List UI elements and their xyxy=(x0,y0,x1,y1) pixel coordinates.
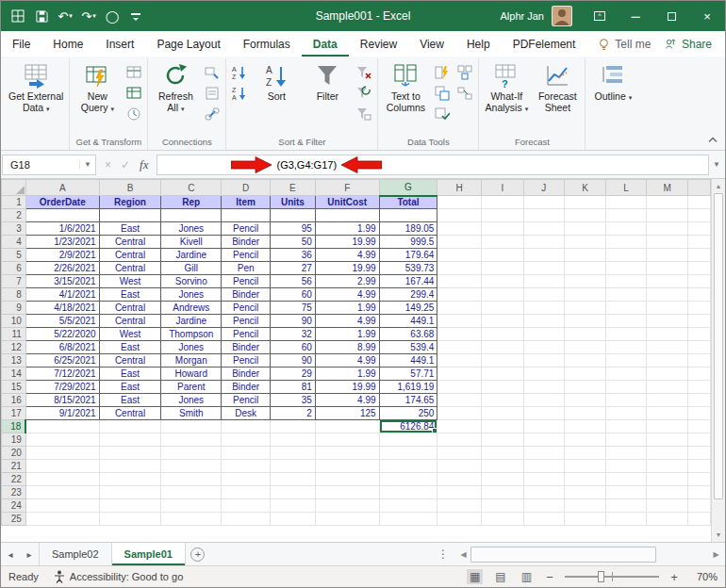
cell-G21[interactable] xyxy=(379,460,437,473)
undo-dropdown-icon[interactable]: ▾ xyxy=(69,12,73,20)
cell-M22[interactable] xyxy=(647,473,688,486)
maximize-button[interactable] xyxy=(653,1,689,31)
cell-L9[interactable] xyxy=(605,302,647,315)
cell-D11[interactable]: Pencil xyxy=(222,328,271,341)
cell-D19[interactable] xyxy=(222,433,271,447)
cell-G13[interactable]: 449.1 xyxy=(379,354,437,368)
sort-button[interactable]: AZ Sort xyxy=(252,59,301,135)
cell-F20[interactable] xyxy=(315,447,379,460)
cell-K8[interactable] xyxy=(565,288,606,302)
cell-M7[interactable] xyxy=(647,275,688,288)
cell-E7[interactable]: 56 xyxy=(271,275,316,288)
cell-L15[interactable] xyxy=(605,381,647,394)
column-header-I[interactable]: I xyxy=(481,180,523,196)
cell-A24[interactable] xyxy=(25,499,99,513)
cell-x14[interactable] xyxy=(688,368,711,381)
cell-C14[interactable]: Howard xyxy=(161,368,222,381)
cell-K12[interactable] xyxy=(565,341,606,354)
row-header-10[interactable]: 10 xyxy=(2,315,26,328)
tell-me-box[interactable]: Tell me xyxy=(586,31,662,57)
cell-D5[interactable]: Pencil xyxy=(222,249,271,262)
cell-F11[interactable]: 1.99 xyxy=(315,328,379,341)
cell-M24[interactable] xyxy=(647,499,688,513)
cell-G8[interactable]: 299.4 xyxy=(379,288,437,302)
row-header-4[interactable]: 4 xyxy=(2,236,26,249)
cell-E13[interactable]: 90 xyxy=(271,354,316,368)
cell-B12[interactable]: East xyxy=(99,341,161,354)
row-header-1[interactable]: 1 xyxy=(2,196,26,209)
name-box[interactable]: G18 ▼ xyxy=(2,155,96,175)
cell-K15[interactable] xyxy=(565,381,606,394)
cell-L12[interactable] xyxy=(605,341,647,354)
cell-D18[interactable] xyxy=(222,420,271,433)
cell-J6[interactable] xyxy=(523,262,565,275)
remove-duplicates-button[interactable] xyxy=(432,85,453,102)
cell-D23[interactable] xyxy=(222,486,271,499)
cell-H25[interactable] xyxy=(437,513,482,526)
cell-H12[interactable] xyxy=(437,341,482,354)
get-external-data-button[interactable]: Get External Data ▾ xyxy=(6,59,66,135)
accessibility-status[interactable]: Accessibility: Good to go xyxy=(54,570,183,583)
cell-C25[interactable] xyxy=(161,513,222,526)
cell-C18[interactable] xyxy=(161,420,222,433)
cell-B2[interactable] xyxy=(99,209,161,222)
cell-H1[interactable] xyxy=(437,196,482,209)
cell-I15[interactable] xyxy=(481,381,523,394)
cell-B8[interactable]: East xyxy=(99,288,161,302)
cell-F4[interactable]: 19.99 xyxy=(315,236,379,249)
cell-M3[interactable] xyxy=(647,222,688,236)
cell-L2[interactable] xyxy=(605,209,647,222)
cell-J23[interactable] xyxy=(523,486,565,499)
cell-H5[interactable] xyxy=(437,249,482,262)
cell-F2[interactable] xyxy=(315,209,379,222)
cell-C22[interactable] xyxy=(161,473,222,486)
cell-x11[interactable] xyxy=(688,328,711,341)
what-if-analysis-button[interactable]: ? What-If Analysis ▾ xyxy=(482,59,531,135)
row-header-21[interactable]: 21 xyxy=(2,460,26,473)
cell-G7[interactable]: 167.44 xyxy=(379,275,437,288)
cell-x8[interactable] xyxy=(688,288,711,302)
formula-bar-expand-button[interactable]: ▼ xyxy=(709,160,724,169)
cell-D17[interactable]: Desk xyxy=(222,407,271,420)
minimize-button[interactable]: ─ xyxy=(618,1,653,31)
cell-I24[interactable] xyxy=(481,499,523,513)
column-header-M[interactable]: M xyxy=(647,180,688,196)
cell-M13[interactable] xyxy=(647,354,688,368)
cell-K10[interactable] xyxy=(565,315,606,328)
cell-F15[interactable]: 19.99 xyxy=(315,381,379,394)
page-break-view-button[interactable]: ▥ xyxy=(519,569,535,584)
vertical-scrollbar-thumb[interactable] xyxy=(714,193,723,499)
column-header-D[interactable]: D xyxy=(222,180,271,196)
cell-A10[interactable]: 5/5/2021 xyxy=(25,315,99,328)
cell-x22[interactable] xyxy=(688,473,711,486)
cell-J18[interactable] xyxy=(523,420,565,433)
cell-J25[interactable] xyxy=(523,513,565,526)
cell-A7[interactable]: 3/15/2021 xyxy=(25,275,99,288)
cell-H4[interactable] xyxy=(437,236,482,249)
cell-E5[interactable]: 36 xyxy=(271,249,316,262)
row-header-5[interactable]: 5 xyxy=(2,249,26,262)
cell-L4[interactable] xyxy=(605,236,647,249)
cell-B4[interactable]: Central xyxy=(99,236,161,249)
zoom-slider[interactable] xyxy=(565,570,659,583)
cell-A6[interactable]: 2/26/2021 xyxy=(25,262,99,275)
cell-M21[interactable] xyxy=(647,460,688,473)
cell-J21[interactable] xyxy=(523,460,565,473)
cell-M9[interactable] xyxy=(647,302,688,315)
row-header-22[interactable]: 22 xyxy=(2,473,26,486)
cell-B10[interactable]: Central xyxy=(99,315,161,328)
zoom-level[interactable]: 70% xyxy=(689,571,718,582)
column-header-E[interactable]: E xyxy=(271,180,316,196)
row-header-25[interactable]: 25 xyxy=(2,513,26,526)
row-header-3[interactable]: 3 xyxy=(2,222,26,236)
cell-G19[interactable] xyxy=(379,433,437,447)
cell-J12[interactable] xyxy=(523,341,565,354)
cell-E12[interactable]: 60 xyxy=(271,341,316,354)
cell-K17[interactable] xyxy=(565,407,606,420)
sheet-tab-sample02[interactable]: Sample02 xyxy=(39,543,112,565)
cell-C1[interactable]: Rep xyxy=(161,196,222,209)
cell-F13[interactable]: 4.99 xyxy=(315,354,379,368)
cell-J24[interactable] xyxy=(523,499,565,513)
cell-x10[interactable] xyxy=(688,315,711,328)
cell-H2[interactable] xyxy=(437,209,482,222)
